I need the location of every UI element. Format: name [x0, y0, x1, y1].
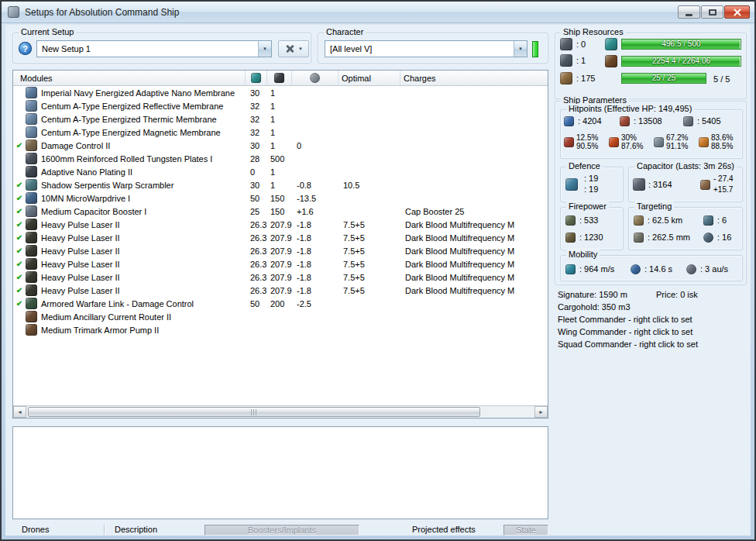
projected-effects-toggle[interactable]: Projected effects — [412, 525, 476, 534]
boosters-implants-button[interactable]: Boosters/Implants — [204, 525, 359, 536]
scrollbar-thumb[interactable] — [28, 407, 480, 417]
module-row[interactable]: ✔ Damage Control II 30 1 0 — [13, 139, 548, 152]
minimize-button[interactable] — [678, 5, 700, 19]
module-row[interactable]: ✔ 10MN MicroWarpdrive I 50 150 -13.5 — [13, 191, 548, 205]
module-row[interactable]: 1600mm Reinforced Rolled Tungsten Plates… — [13, 152, 548, 165]
defence-icon — [565, 178, 578, 191]
dropdown-arrow-icon[interactable]: ▼ — [258, 41, 271, 57]
shield-icon — [564, 116, 574, 126]
module-type-icon — [26, 298, 37, 309]
module-row[interactable]: ✔ Heavy Pulse Laser II 26.3 207.9 -1.8 7… — [13, 284, 548, 297]
module-row[interactable]: Imperial Navy Energized Adaptive Nano Me… — [13, 86, 548, 99]
module-row[interactable]: Centum A-Type Energized Magnetic Membran… — [13, 126, 548, 139]
character-label: Character — [324, 27, 366, 36]
module-capacitor-value: -2.5 — [292, 299, 338, 308]
mobility-label: Mobility — [566, 250, 600, 259]
shield-hp: : 4204 — [564, 115, 602, 127]
module-row[interactable]: ✔ Medium Capacitor Booster I 25 150 +1.6… — [13, 205, 548, 218]
setup-combobox[interactable]: New Setup 1 ▼ — [36, 40, 272, 57]
scroll-right-button[interactable]: ► — [534, 406, 548, 418]
close-button[interactable] — [724, 5, 750, 19]
character-combobox[interactable]: [All level V] ▼ — [325, 40, 527, 57]
max-targets: : 6 — [703, 214, 727, 226]
module-capacitor-value: -1.8 — [292, 233, 338, 243]
em-resist: 12.5%90.5% — [564, 133, 598, 150]
description-toggle[interactable]: Description — [115, 525, 157, 534]
squad-commander-text[interactable]: Squad Commander - right click to set — [558, 339, 698, 349]
module-type-icon — [26, 232, 37, 243]
module-optimal-value: 7.5+5 — [338, 273, 400, 282]
dropdown-arrow-icon[interactable]: ▼ — [514, 41, 527, 57]
minimize-icon — [686, 14, 692, 16]
module-row[interactable]: ✔ Shadow Serpentis Warp Scrambler 30 1 -… — [13, 178, 548, 191]
maximize-button[interactable] — [701, 5, 723, 19]
titlebar[interactable]: Setups for Absolution Command Ship — [2, 2, 754, 23]
fleet-commander-text[interactable]: Fleet Commander - right click to set — [558, 315, 692, 324]
setup-tools-button[interactable]: ▼ — [278, 40, 309, 57]
powergrid-column-header[interactable] — [267, 71, 292, 85]
module-cpu-value: 32 — [246, 128, 267, 137]
module-powergrid-value: 150 — [267, 207, 292, 216]
scroll-left-button[interactable]: ◄ — [13, 406, 26, 418]
capacitor-group: Capacitor (Lasts: 3m 26s) : 3164 - 27.4 … — [628, 167, 743, 202]
charges-column-header[interactable]: Charges — [400, 71, 548, 85]
capacitor-label: Capacitor (Lasts: 3m 26s) — [634, 161, 737, 171]
module-row[interactable]: ✔ Heavy Pulse Laser II 26.3 207.9 -1.8 7… — [13, 244, 548, 257]
module-name: Centum A-Type Energized Magnetic Membran… — [41, 128, 246, 137]
module-type-icon — [26, 140, 37, 151]
module-row[interactable]: Centum A-Type Energized Reflective Membr… — [13, 99, 548, 112]
module-optimal-value: 7.5+5 — [338, 260, 400, 269]
cpu-column-header[interactable] — [246, 71, 267, 85]
module-row[interactable]: ✔ Heavy Pulse Laser II 26.3 207.9 -1.8 7… — [13, 218, 548, 231]
module-optimal-value: 7.5+5 — [338, 286, 400, 295]
module-name: Centum A-Type Energized Thermic Membrane — [41, 115, 246, 124]
module-cpu-value: 26.3 — [246, 233, 267, 243]
divider — [104, 525, 105, 535]
optimal-column-header[interactable]: Optimal — [338, 71, 400, 85]
state-button[interactable]: State — [503, 525, 548, 536]
help-icon[interactable]: ? — [19, 42, 32, 55]
turret-hardpoints-icon — [560, 38, 572, 50]
powergrid-icon — [605, 55, 617, 67]
module-row[interactable]: Medium Ancillary Current Router II — [13, 310, 548, 323]
scrollbar-track[interactable] — [26, 406, 534, 418]
module-row[interactable]: ✔ Heavy Pulse Laser II 26.3 207.9 -1.8 7… — [13, 270, 548, 284]
module-type-icon — [26, 166, 37, 177]
module-name: Adaptive Nano Plating II — [41, 167, 246, 177]
align-time: : 14.6 s — [631, 263, 672, 275]
module-type-icon — [26, 219, 37, 230]
warp-speed: : 3 au/s — [686, 263, 728, 275]
launcher-hardpoints: : 1 — [560, 54, 586, 67]
module-row[interactable]: ✔ Heavy Pulse Laser II 26.3 207.9 -1.8 7… — [13, 257, 548, 270]
structure-hp-value: : 5405 — [697, 116, 721, 126]
module-powergrid-value: 1 — [267, 167, 292, 177]
modules-column-header[interactable]: Modules — [13, 71, 246, 85]
module-capacitor-value: -13.5 — [292, 194, 338, 203]
module-name: Shadow Serpentis Warp Scrambler — [41, 181, 246, 190]
wing-commander-text[interactable]: Wing Commander - right click to set — [558, 327, 692, 336]
max-targets-value: : 6 — [717, 215, 727, 225]
module-capacitor-value: -1.8 — [292, 246, 338, 256]
module-row[interactable]: Centum A-Type Energized Thermic Membrane… — [13, 112, 548, 126]
module-row[interactable]: ✔ Armored Warfare Link - Damage Control … — [13, 297, 548, 310]
current-setup-label: Current Setup — [19, 27, 76, 36]
capacitor-column-header[interactable] — [292, 71, 338, 85]
scan-resolution: : 262.5 mm — [634, 231, 690, 243]
em-resist-bottom: 90.5% — [576, 142, 598, 150]
module-type-icon — [26, 205, 37, 217]
module-type-icon — [26, 284, 37, 296]
module-powergrid-value: 1 — [267, 88, 292, 98]
turret-hardpoints: : 0 — [560, 38, 586, 50]
cpu-bar-text: 496.5 / 500 — [622, 40, 741, 49]
module-row[interactable]: Adaptive Nano Plating II 0 1 — [13, 165, 548, 178]
module-row[interactable]: ✔ Heavy Pulse Laser II 26.3 207.9 -1.8 7… — [13, 231, 548, 244]
module-row[interactable]: Medium Trimark Armor Pump II — [13, 323, 548, 336]
module-active-check-icon: ✔ — [13, 194, 26, 202]
targeting-group: Targeting : 62.5 km : 6 : 262.5 mm : 16 — [628, 207, 743, 250]
module-capacitor-value: +1.6 — [292, 207, 338, 216]
drones-toggle[interactable]: Drones — [22, 525, 49, 534]
app-window: Setups for Absolution Command Ship Curre… — [0, 0, 756, 541]
module-cpu-value: 50 — [246, 194, 267, 203]
capacitor-recharge: +15.7 — [713, 185, 733, 195]
module-type-icon — [26, 258, 37, 270]
